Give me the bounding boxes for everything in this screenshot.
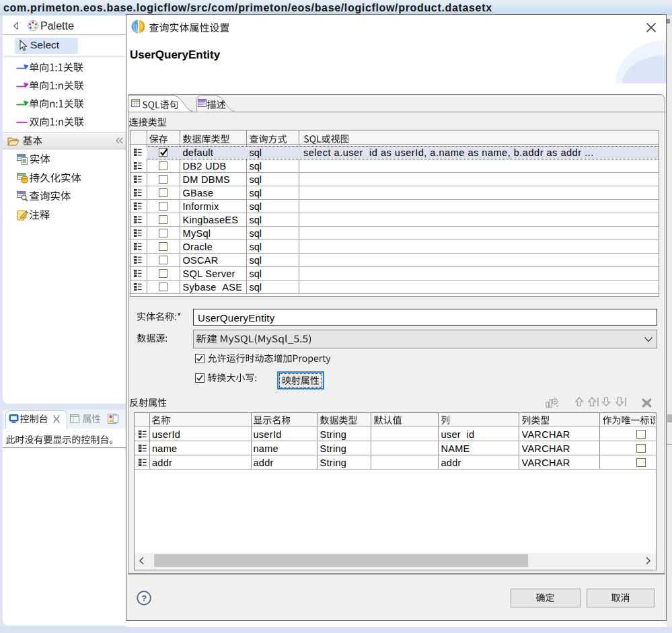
svg-text:?: ? — [141, 593, 147, 603]
